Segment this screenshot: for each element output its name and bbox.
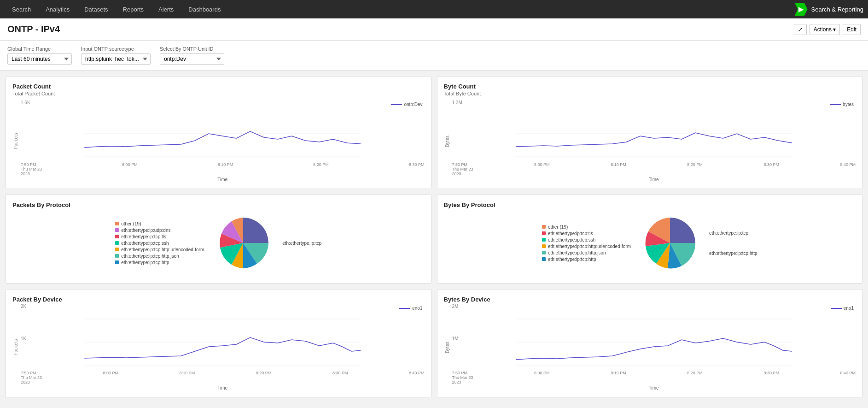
packets-by-protocol-title: Packets By Protocol [12,201,425,208]
byte-count-panel: Byte Count Total Byte Count Bytes 1.2M 7… [437,76,863,189]
filters-bar: Global Time Range Last 60 minutes Input … [0,41,868,71]
legend-dot-udp-dns [115,228,119,232]
packet-device-svg [21,310,425,370]
packet-device-x-ticks: 7:50 PMThu Mar 232023 8:00 PM 8:10 PM 8:… [21,371,425,384]
byte-count-chart: Bytes 1.2M 7:50 PMThu Mar 232023 8:00 PM… [444,100,856,182]
bytes-by-protocol-title: Bytes By Protocol [444,201,856,208]
legend-item-tcp-tls: eth:ethertype:ip:tcp:tls [115,234,204,239]
packet-count-chart-area: 1.6K 7:50 PMThu Mar 232023 8:00 PM 8:10 … [21,100,425,182]
legend-item-udp-dns: eth:ethertype:ip:udp:dns [115,228,204,233]
edit-button[interactable]: Edit [843,24,861,35]
packet-count-legend: ontp:Dev [391,102,422,107]
packet-count-legend-label: ontp:Dev [404,102,422,107]
bytes-device-svg [452,310,856,370]
byte-count-x-label-wrap: Time [452,177,856,182]
packet-by-device-panel: Packet By Device Packets 2K 1K 7:50 PMTh… [6,289,431,397]
bytes-by-device-chart: Bytes 2M 1M 7:50 PMThu Mar 232023 8:00 P… [444,304,856,390]
bytes-device-legend-label: eno1 [844,306,854,311]
packet-count-svg [21,106,425,161]
legend-item-urlencoded: eth:ethertype:ip:tcp:http:urlencoded-for… [115,247,204,252]
sourcetype-select[interactable]: http:splunk_hec_tok... [81,53,151,65]
unit-id-label: Select By ONTP Unit ID [160,46,224,52]
legend-item-other: other (19) [115,221,204,226]
packet-count-title: Packet Count [12,83,425,90]
unit-id-select[interactable]: ontp:Dev [160,53,224,65]
legend-dot-tcp-tls [115,235,119,238]
packets-protocol-legend-right: eth:ethertype:ip:tcp [282,241,321,246]
byte-count-chart-area: 1.2M 7:50 PMThu Mar 232023 8:00 PM 8:10 … [452,100,856,182]
header-actions: ⤢ Actions ▾ Edit [794,24,861,35]
bytes-by-protocol-chart: other (19) eth:ethertype:ip:tcp:tls eth:… [444,209,856,277]
bytes-device-ymax: 2M [452,304,856,309]
bytes-device-x-label-wrap: Time [452,385,856,390]
byte-count-y-label: Bytes [444,100,450,182]
byte-count-legend: bytes [830,102,854,107]
packet-count-y-label: Packets [12,100,19,182]
legend-item-http: eth:ethertype:ip:tcp:http [115,260,204,265]
legend-item-http-json: eth:ethertype:ip:tcp:http:json [115,254,204,259]
bytes-protocol-legend-left: other (19) eth:ethertype:ip:tcp:tls eth:… [542,225,631,262]
bytes-by-protocol-panel: Bytes By Protocol other (19) eth:etherty… [437,195,863,284]
nav-analytics[interactable]: Analytics [38,0,77,18]
nav-search[interactable]: Search [5,0,38,18]
time-range-filter: Global Time Range Last 60 minutes [7,46,72,65]
top-nav: Search Analytics Datasets Reports Alerts… [0,0,868,18]
packet-device-x-label-wrap: Time [21,385,425,390]
time-range-label: Global Time Range [7,46,72,52]
byte-count-x-ticks: 7:50 PMThu Mar 232023 8:00 PM 8:10 PM 8:… [452,162,856,176]
byte-count-legend-label: bytes [843,102,854,107]
packet-device-x-label: Time [217,385,227,390]
packet-count-chart: Packets 1.6K 7:50 PMThu Mar 232023 8:00 … [12,100,425,182]
bytes-legend-http-json: eth:ethertype:ip:tcp:http:json [542,250,631,255]
time-range-select[interactable]: Last 60 minutes [7,53,72,65]
packet-device-ymid: 1K [21,336,26,341]
legend-item-tcp-ssh: eth:ethertype:ip:tcp:ssh [115,241,204,246]
packet-by-device-title: Packet By Device [12,296,425,303]
bytes-legend-other: other (19) [542,225,631,230]
bytes-device-legend: eno1 [831,306,854,311]
nav-reports[interactable]: Reports [116,0,151,18]
brand-name: Search & Reporting [811,6,863,13]
byte-count-x-label: Time [649,177,659,182]
bytes-legend-tls: eth:ethertype:ip:tcp:tls [542,231,631,236]
page-title: ONTP - IPv4 [7,24,794,35]
byte-count-ymax: 1.2M [452,100,856,105]
bytes-dot-ssh [542,238,546,242]
bytes-dot-other [542,225,546,229]
packets-protocol-legend-left: other (19) eth:ethertype:ip:udp:dns eth:… [115,221,204,265]
bytes-dot-http-json [542,251,546,254]
bytes-by-device-title: Bytes By Device [444,296,856,303]
packet-by-device-chart-area: 2K 1K 7:50 PMThu Mar 232023 8:00 PM 8:10… [21,304,425,390]
bytes-device-ymid: 1M [452,336,459,341]
bytes-dot-http [542,257,546,261]
brand-icon: ▶ [795,3,808,16]
nav-datasets[interactable]: Datasets [77,0,115,18]
brand: ▶ Search & Reporting [795,3,863,16]
packets-by-protocol-panel: Packets By Protocol other (19) eth:ether… [6,195,431,284]
packet-count-panel: Packet Count Total Packet Count Packets … [6,76,431,189]
packet-by-device-y-label: Packets [12,304,19,390]
packet-count-legend-line [391,104,402,105]
nav-alerts[interactable]: Alerts [151,0,181,18]
bytes-legend-ssh: eth:ethertype:ip:tcp:ssh [542,237,631,242]
packet-count-x-label-wrap: Time [21,177,425,182]
packet-count-ymax: 1.6K [21,100,425,105]
bytes-protocol-legend-right: eth:ethertype:ip:tcp eth:ethertype:ip:tc… [709,231,757,256]
sourcetype-label: Input ONTP sourcetype [81,46,151,52]
legend-dot-other [115,222,119,225]
bytes-by-device-panel: Bytes By Device Bytes 2M 1M 7:50 PMThu M… [437,289,863,397]
legend-dot-http-json [115,254,119,258]
bytes-by-device-y-label: Bytes [444,304,450,390]
bytes-legend-http: eth:ethertype:ip:tcp:http [542,257,631,262]
bytes-device-x-label: Time [649,385,659,390]
byte-count-subtitle: Total Byte Count [444,91,856,96]
bytes-protocol-pie-svg [640,213,700,273]
bytes-device-x-ticks: 7:50 PMThu Mar 232023 8:00 PM 8:10 PM 8:… [452,371,856,384]
packet-device-ymax: 2K [21,304,425,309]
actions-button[interactable]: Actions ▾ [810,24,840,35]
expand-button[interactable]: ⤢ [794,24,807,35]
header-bar: ONTP - IPv4 ⤢ Actions ▾ Edit [0,18,868,41]
bytes-dot-urlencoded [542,244,546,248]
nav-dashboards[interactable]: Dashboards [181,0,228,18]
byte-count-svg [452,106,856,161]
